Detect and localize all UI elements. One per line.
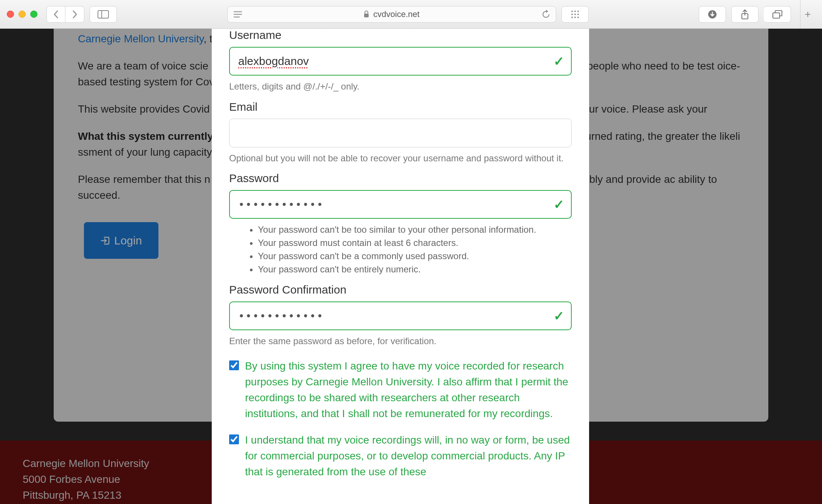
agree-checkbox-2[interactable]: [229, 434, 239, 444]
svg-point-9: [571, 14, 573, 15]
email-help: Optional but you will not be able to rec…: [229, 152, 572, 165]
browser-toolbar: cvdvoice.net +: [0, 0, 822, 29]
new-tab-button[interactable]: +: [800, 0, 815, 28]
password-rules: Your password can't be too similar to yo…: [258, 223, 572, 276]
username-value: alexbogdanov: [238, 55, 309, 68]
svg-point-6: [571, 11, 573, 12]
agree-row-1: By using this system I agree to have my …: [229, 358, 572, 422]
forward-button[interactable]: [65, 6, 84, 23]
agree-row-2: I understand that my voice recordings wi…: [229, 432, 572, 480]
password2-label: Password Confirmation: [229, 283, 572, 296]
username-field-wrap: alexbogdanov ✓: [229, 47, 572, 76]
svg-point-14: [577, 17, 579, 18]
svg-point-11: [577, 14, 579, 15]
svg-point-13: [574, 17, 576, 18]
password-rule: Your password can't be too similar to yo…: [258, 223, 572, 237]
tabs-icon: [772, 10, 783, 19]
sidebar-icon: [98, 10, 109, 19]
svg-point-12: [571, 17, 573, 18]
email-label: Email: [229, 100, 572, 113]
download-icon: [707, 9, 717, 19]
email-field-wrap: [229, 119, 572, 147]
back-button[interactable]: [47, 6, 65, 23]
close-window-icon[interactable]: [7, 11, 14, 18]
chevron-right-icon: [72, 10, 78, 19]
password-rule: Your password must contain at least 6 ch…: [258, 237, 572, 250]
username-input[interactable]: alexbogdanov: [229, 47, 572, 76]
svg-rect-0: [98, 11, 109, 18]
downloads-button[interactable]: [699, 6, 726, 23]
maximize-window-icon[interactable]: [30, 11, 37, 18]
right-toolbar: [699, 6, 791, 23]
grid-icon: [571, 10, 580, 19]
reload-icon[interactable]: [541, 10, 551, 19]
minimize-window-icon[interactable]: [19, 11, 26, 18]
check-icon: ✓: [554, 308, 564, 323]
password-field-wrap: •••••••••••• ✓: [229, 190, 572, 219]
svg-point-7: [574, 11, 576, 12]
chevron-left-icon: [53, 10, 59, 19]
svg-rect-5: [364, 14, 369, 17]
reader-mode-icon[interactable]: [233, 11, 243, 18]
check-icon: ✓: [554, 197, 564, 212]
password-value: ••••••••••••: [238, 198, 324, 211]
share-grid-button[interactable]: [561, 6, 589, 23]
window-controls: [7, 11, 37, 18]
agree-label-2[interactable]: I understand that my voice recordings wi…: [245, 432, 572, 480]
agree-checkbox-1[interactable]: [229, 360, 239, 370]
password2-value: ••••••••••••: [238, 310, 324, 322]
url-bar[interactable]: cvdvoice.net: [227, 6, 556, 23]
tabs-button[interactable]: [764, 6, 791, 23]
username-label: Username: [229, 29, 572, 42]
lock-icon: [363, 11, 369, 18]
svg-point-8: [577, 11, 579, 12]
share-icon: [740, 9, 749, 20]
svg-point-10: [574, 14, 576, 15]
plus-icon: +: [805, 8, 811, 20]
password2-field-wrap: •••••••••••• ✓: [229, 301, 572, 330]
signup-modal: Username alexbogdanov ✓ Letters, digits …: [212, 29, 589, 504]
share-button[interactable]: [731, 6, 758, 23]
password2-input[interactable]: ••••••••••••: [229, 301, 572, 330]
password-label: Password: [229, 172, 572, 185]
sidebar-toggle-button[interactable]: [90, 6, 117, 23]
password2-help: Enter the same password as before, for v…: [229, 335, 572, 348]
password-rule: Your password can't be a commonly used p…: [258, 250, 572, 263]
password-input[interactable]: ••••••••••••: [229, 190, 572, 219]
password-rule: Your password can't be entirely numeric.: [258, 263, 572, 276]
url-text: cvdvoice.net: [373, 9, 419, 19]
nav-buttons: [47, 6, 84, 23]
check-icon: ✓: [554, 54, 564, 69]
username-help: Letters, digits and @/./+/-/_ only.: [229, 80, 572, 93]
agree-label-1[interactable]: By using this system I agree to have my …: [245, 358, 572, 422]
email-input[interactable]: [229, 119, 572, 147]
svg-rect-18: [773, 13, 780, 18]
